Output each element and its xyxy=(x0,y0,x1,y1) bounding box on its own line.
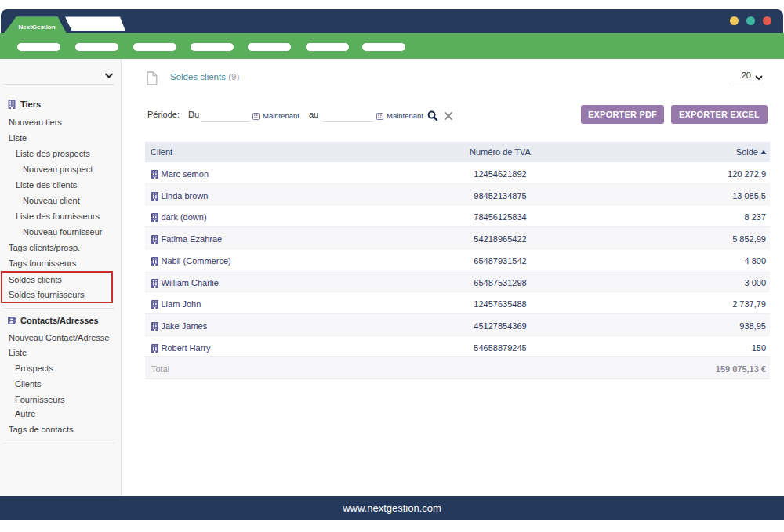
svg-text:NextGestion: NextGestion xyxy=(19,24,56,31)
